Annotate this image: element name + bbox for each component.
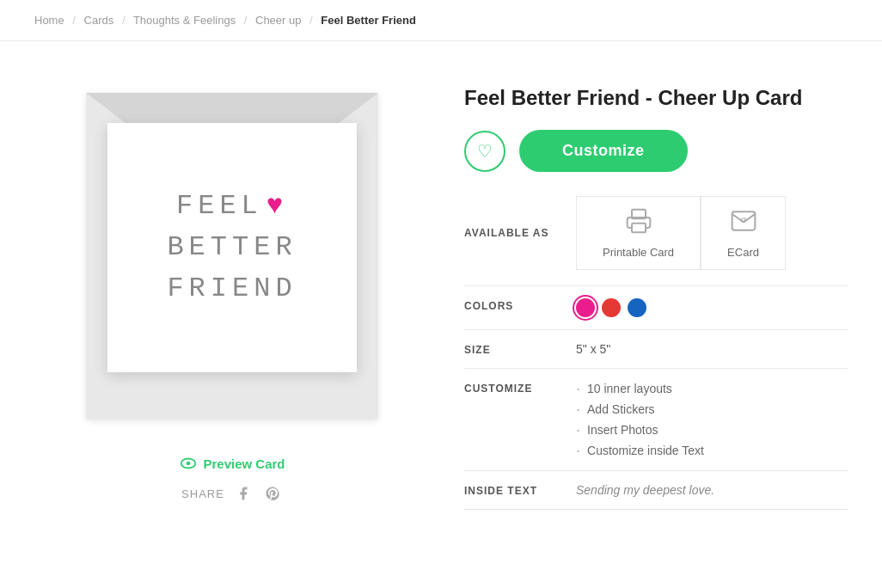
printer-icon: [625, 207, 652, 241]
customize-item-1: 10 inner layouts: [576, 381, 704, 396]
breadcrumb: Home / Cards / Thoughts & Feelings / Che…: [0, 0, 882, 41]
eye-icon: [179, 454, 198, 473]
available-as-label: AVAILABLE AS: [464, 227, 559, 239]
colors-row: COLORS: [464, 286, 848, 330]
card-heart-icon: ♥: [266, 186, 288, 227]
size-value: 5" x 5": [576, 342, 610, 356]
size-label: SIZE: [464, 342, 559, 356]
customize-list: 10 inner layouts Add Stickers Insert Pho…: [576, 381, 704, 458]
ecard-option[interactable]: @ ECard: [701, 196, 786, 270]
breadcrumb-sep-2: /: [122, 14, 126, 27]
breadcrumb-current: Feel Better Friend: [321, 14, 416, 27]
main-content: FEEL♥ BETTER FRIEND Preview Card SHARE: [0, 41, 882, 544]
pinterest-icon[interactable]: [262, 483, 283, 504]
inside-text-value: Sending my deepest love.: [576, 483, 714, 497]
color-options: [576, 298, 646, 317]
customize-item-4: Customize inside Text: [576, 443, 704, 458]
customize-item-2: Add Stickers: [576, 401, 704, 417]
wishlist-heart-icon: ♡: [477, 141, 493, 162]
share-label: SHARE: [181, 487, 224, 500]
customize-button[interactable]: Customize: [519, 130, 688, 172]
customize-row: CUSTOMIZE 10 inner layouts Add Stickers …: [464, 369, 848, 471]
card-text: FEEL♥ BETTER FRIEND: [167, 186, 297, 309]
inside-text-label: INSIDE TEXT: [464, 483, 559, 497]
color-red[interactable]: [602, 298, 621, 317]
breadcrumb-sep-3: /: [244, 14, 248, 27]
ecard-icon: @: [730, 207, 757, 241]
preview-link[interactable]: Preview Card: [179, 454, 285, 473]
product-details: Feel Better Friend - Cheer Up Card ♡ Cus…: [464, 76, 848, 510]
svg-point-1: [187, 462, 191, 466]
product-title: Feel Better Friend - Cheer Up Card: [464, 84, 848, 111]
available-options: Printable Card @ ECard: [576, 196, 786, 270]
available-as-row: AVAILABLE AS Printable Card: [464, 196, 848, 286]
preview-link-text: Preview Card: [203, 456, 285, 471]
card-face: FEEL♥ BETTER FRIEND: [107, 123, 357, 372]
breadcrumb-thoughts[interactable]: Thoughts & Feelings: [133, 14, 236, 27]
share-area: SHARE: [181, 483, 283, 504]
breadcrumb-sep-4: /: [309, 14, 313, 27]
breadcrumb-home[interactable]: Home: [34, 14, 64, 27]
customize-item-3: Insert Photos: [576, 422, 704, 438]
ecard-label: ECard: [727, 246, 759, 259]
facebook-icon[interactable]: [233, 483, 254, 504]
envelope-container: FEEL♥ BETTER FRIEND: [69, 76, 395, 437]
breadcrumb-cheerup[interactable]: Cheer up: [255, 14, 301, 27]
breadcrumb-cards[interactable]: Cards: [84, 14, 114, 27]
card-line1: FEEL♥: [167, 186, 297, 227]
breadcrumb-sep-1: /: [72, 14, 76, 27]
card-line2: BETTER: [167, 227, 297, 268]
action-row: ♡ Customize: [464, 130, 848, 172]
printable-card-option[interactable]: Printable Card: [576, 196, 701, 270]
wishlist-button[interactable]: ♡: [464, 131, 505, 172]
card-preview-area: FEEL♥ BETTER FRIEND Preview Card SHARE: [52, 76, 413, 510]
svg-text:@: @: [739, 217, 746, 224]
colors-label: COLORS: [464, 298, 559, 312]
customize-section-label: CUSTOMIZE: [464, 381, 559, 395]
color-pink[interactable]: [576, 298, 595, 317]
size-row: SIZE 5" x 5": [464, 330, 848, 369]
svg-rect-3: [632, 224, 646, 233]
card-line3: FRIEND: [167, 268, 297, 309]
color-blue[interactable]: [628, 298, 646, 317]
printable-card-label: Printable Card: [603, 246, 674, 259]
inside-text-row: INSIDE TEXT Sending my deepest love.: [464, 471, 848, 510]
